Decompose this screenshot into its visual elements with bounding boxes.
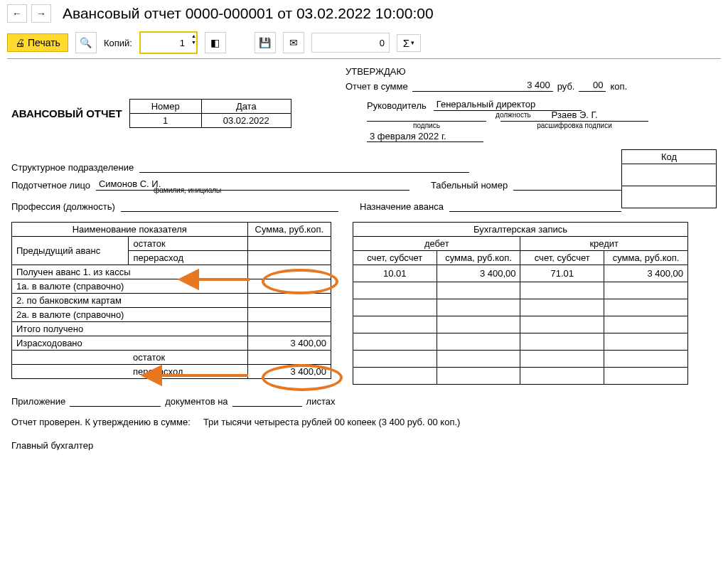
lt-spent: Израсходовано	[12, 336, 248, 351]
rt-head: Бухгалтерская запись	[353, 223, 688, 237]
lt-remain2: остаток	[129, 351, 247, 365]
attach-sheets: листах	[306, 396, 336, 407]
email-button[interactable]: ✉	[283, 32, 304, 53]
approve-sum-label: Отчет в сумме	[346, 81, 408, 92]
approve-sum-rub: 3 400	[412, 80, 553, 92]
lt-curr2: 2а. в валюте (справочно)	[12, 308, 248, 322]
manager-decode: Рзаев Э. Г.	[500, 110, 648, 122]
lt-over: перерасход	[129, 251, 247, 265]
lt-prev: Предыдущий аванс	[12, 237, 129, 265]
person-value: Симонов С. И.	[96, 178, 410, 191]
sig-caption: подпись	[367, 122, 486, 129]
rt-d-acc-h: счет, субсчет	[353, 251, 437, 265]
page-number-input[interactable]	[311, 33, 390, 53]
attach-docs: документов на	[165, 396, 228, 407]
purpose-label: Назначение аванса	[360, 201, 444, 212]
lt-remain: остаток	[129, 237, 247, 251]
nav-back-button[interactable]: ←	[7, 4, 27, 23]
doc-title: АВАНСОВЫЙ ОТЧЕТ	[11, 107, 122, 119]
lt-recv-cash: Получен аванс 1. из кассы	[12, 265, 248, 279]
lt-recv-cash-sum	[247, 265, 331, 279]
summary-words: Три тысячи четыреста рублей 00 копеек (3…	[203, 417, 460, 427]
print-label: Печать	[28, 37, 60, 48]
copies-label: Копий:	[104, 38, 132, 48]
accounting-table: Бухгалтерская запись дебет кредит счет, …	[353, 222, 688, 385]
doc-number: 1	[129, 114, 201, 128]
print-button[interactable]: Печать	[7, 33, 68, 52]
decode-caption: расшифровка подписи	[500, 122, 648, 129]
copies-input[interactable]	[139, 31, 198, 54]
num-date-table: НомерДата 103.02.2022	[129, 99, 291, 128]
attach-label: Приложение	[11, 396, 65, 407]
sigma-icon: Σ	[403, 37, 410, 49]
lt-over2: перерасход	[129, 365, 247, 379]
kop-label: коп.	[610, 81, 627, 92]
nav-forward-button[interactable]: →	[31, 4, 51, 23]
num-header: Номер	[129, 100, 201, 114]
window-title: Авансовый отчет 0000-000001 от 03.02.202…	[63, 5, 434, 22]
subdiv-label: Структурное подразделение	[11, 162, 134, 173]
cutoff-text: Главный бухгалтер	[11, 440, 717, 450]
doc-date: 03.02.2022	[201, 114, 291, 128]
preview-button[interactable]: 🔍	[75, 32, 97, 53]
chevron-down-icon: ▾	[411, 39, 414, 46]
rt-c-sum: 3 400,00	[604, 265, 688, 282]
prof-label: Профессия (должность)	[11, 201, 115, 212]
lt-total-recv: Итого получено	[12, 322, 248, 336]
code-box: Код	[621, 149, 717, 208]
lt-name-head: Наименование показателя	[12, 223, 248, 237]
code-label: Код	[622, 150, 717, 164]
rt-c-acc-h: счет, субсчет	[520, 251, 604, 265]
person-label: Подотчетное лицо	[11, 180, 90, 191]
lt-bank: 2. по банковским картам	[12, 294, 248, 308]
rt-d-sum-h: сумма, руб.коп.	[437, 251, 520, 265]
copies-spinner[interactable]: ▲▼	[191, 33, 196, 46]
rt-d-acc: 10.01	[353, 265, 437, 282]
settings-button[interactable]: ◧	[205, 32, 226, 53]
tabnum-label: Табельный номер	[431, 180, 508, 191]
rt-c-acc: 71.01	[520, 265, 604, 282]
save-button[interactable]: 💾	[255, 32, 276, 53]
rt-debit: дебет	[353, 237, 520, 251]
rt-credit: кредит	[520, 237, 688, 251]
approve-sum-kop: 00	[579, 80, 606, 92]
lt-spent-val: 3 400,00	[247, 336, 331, 351]
date-header: Дата	[201, 100, 291, 114]
rub-label: руб.	[557, 81, 575, 92]
lt-sum-head: Сумма, руб.коп.	[247, 223, 331, 237]
summary-prefix: Отчет проверен. К утверждению в сумме:	[11, 417, 191, 427]
lt-curr1: 1а. в валюте (справочно)	[12, 279, 248, 294]
rt-d-sum: 3 400,00	[437, 265, 520, 282]
lt-over2-val: 3 400,00	[247, 365, 331, 379]
indicators-table: Наименование показателя Сумма, руб.коп. …	[11, 222, 331, 379]
rt-c-sum-h: сумма, руб.коп.	[604, 251, 688, 265]
approve-date: 3 февраля 2022 г.	[367, 131, 483, 142]
approve-title: УТВЕРЖДАЮ	[346, 66, 717, 77]
sigma-button[interactable]: Σ▾	[397, 34, 421, 52]
